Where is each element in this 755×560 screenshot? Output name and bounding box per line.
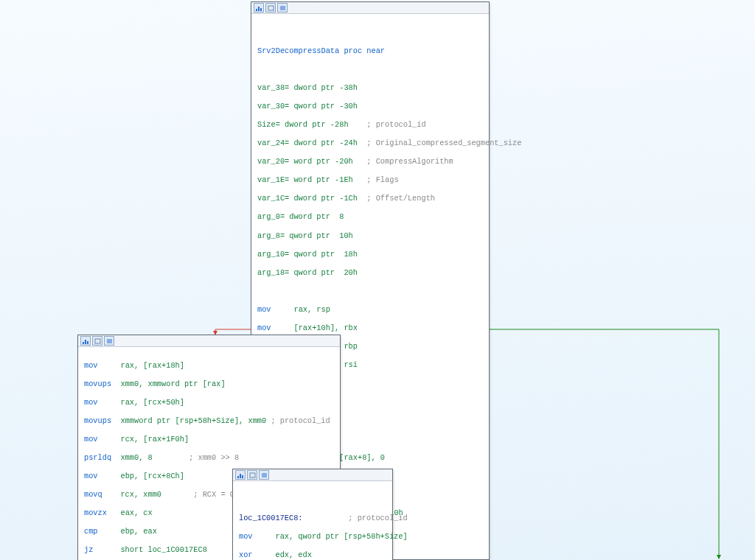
bar-chart-icon [80,336,91,346]
list-icon [277,3,288,13]
node-titlebar[interactable] [78,335,340,347]
basic-block-3[interactable]: loc_1C0017EC8: ; protocol_id mov rax, qw… [232,469,393,560]
graph-canvas[interactable]: Srv2DecompressData proc near var_38= dwo… [0,0,755,560]
bar-chart-icon [235,470,246,480]
svg-rect-2 [260,8,262,11]
svg-rect-15 [240,474,241,478]
list-icon [259,470,269,480]
svg-rect-0 [256,9,257,11]
blank-square-icon [92,336,102,346]
svg-rect-8 [85,340,86,344]
svg-rect-9 [87,341,88,344]
node-titlebar[interactable] [233,469,392,481]
node-titlebar[interactable] [251,2,489,14]
svg-rect-7 [83,342,84,344]
svg-rect-14 [237,476,239,478]
bar-chart-icon [254,3,264,13]
blank-square-icon [247,470,257,480]
svg-rect-10 [95,339,100,343]
list-icon [104,336,114,346]
proc-header: Srv2DecompressData proc near [257,46,483,56]
svg-rect-17 [250,473,255,477]
svg-rect-16 [242,475,243,478]
svg-rect-3 [268,6,274,10]
blank-square-icon [265,3,276,13]
disasm-body: loc_1C0017EC8: ; protocol_id mov rax, qw… [233,481,392,560]
svg-rect-1 [258,7,260,11]
